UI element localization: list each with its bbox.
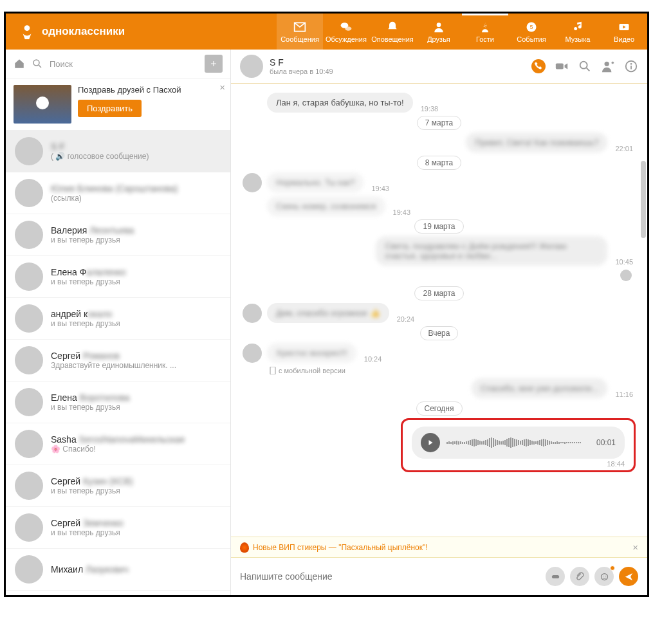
conversation-item[interactable]: Сергей Кузин (КСВ)и вы теперь друзья: [6, 465, 230, 507]
games-icon[interactable]: [546, 567, 565, 586]
banner-text: Новые ВИП стикеры — "Пасхальный цыплёнок…: [253, 543, 428, 552]
conversation-item[interactable]: Елена Фалаленкои вы теперь друзья: [6, 256, 230, 298]
svg-rect-13: [630, 66, 632, 69]
read-avatar: [620, 270, 632, 281]
search-input[interactable]: [50, 59, 198, 69]
svg-point-17: [603, 575, 603, 576]
svg-rect-15: [551, 575, 558, 578]
svg-point-0: [24, 25, 30, 31]
scrollbar[interactable]: [641, 161, 646, 238]
nav-friends[interactable]: Друзья: [416, 14, 462, 50]
svg-point-10: [605, 62, 609, 66]
mobile-version-label: с мобильной версии: [270, 367, 636, 374]
nav-notifications[interactable]: Оповещения: [369, 14, 416, 50]
brand-text: одноклассники: [42, 25, 125, 38]
svg-point-18: [605, 575, 605, 576]
nav-discussions[interactable]: Обсуждения: [323, 14, 369, 50]
message-avatar: [243, 173, 262, 192]
attach-icon[interactable]: [570, 567, 589, 586]
promo-button[interactable]: Поздравить: [78, 100, 142, 117]
promo-card: Поздравь друзей с Пасхой Поздравить ×: [6, 78, 230, 131]
message-bubble: Привет, Света! Как поживаешь?: [466, 133, 607, 152]
conversation-item[interactable]: Михаил Лазукович: [6, 549, 230, 591]
message-avatar: [243, 344, 262, 363]
top-bar: одноклассники Сообщения Обсуждения Опове…: [6, 14, 647, 50]
egg-icon: [240, 542, 249, 553]
info-icon[interactable]: [624, 59, 638, 73]
message-bubble: Нормально. Ты как?: [267, 172, 363, 192]
chat-avatar[interactable]: [240, 55, 263, 78]
ok-logo-icon: [19, 23, 35, 40]
message-bubble: Дим, спасибо огромное 👍: [267, 303, 389, 323]
voice-message[interactable]: 00:01: [412, 427, 625, 459]
conversation-item[interactable]: Юлия Блинова (Скроштанова)(ссылка): [6, 172, 230, 214]
nav-events[interactable]: 5События: [508, 14, 555, 50]
svg-point-16: [601, 573, 607, 580]
svg-point-12: [630, 63, 632, 65]
sticker-icon[interactable]: [594, 567, 614, 586]
svg-text:5: 5: [530, 24, 533, 30]
top-nav: Сообщения Обсуждения Оповещения Друзья Г…: [277, 14, 647, 50]
date-separator: 28 марта: [243, 288, 636, 298]
message-bubble: Скинь номер, созвонимся: [267, 196, 385, 216]
nav-messages[interactable]: Сообщения: [277, 14, 323, 50]
message-bubble: Спасибо, мне уже доложили...: [472, 378, 607, 398]
conversation-item[interactable]: Валерия Леонтьеваи вы теперь друзья: [6, 214, 230, 256]
new-chat-button[interactable]: [205, 55, 223, 73]
chat-header: S F была вчера в 10:49: [231, 50, 647, 84]
promo-image: [14, 85, 71, 124]
message-bubble: Света, поздравляю с Днём рождения!!! Жел…: [376, 236, 607, 266]
sticker-banner[interactable]: Новые ВИП стикеры — "Пасхальный цыплёнок…: [231, 537, 647, 558]
conversation-list[interactable]: S F( 🔊 голосовое сообщение) Юлия Блинова…: [6, 131, 230, 595]
search-row: [6, 50, 230, 78]
home-icon[interactable]: [14, 58, 25, 69]
svg-point-3: [437, 23, 441, 27]
chat-search-icon[interactable]: [578, 59, 592, 73]
svg-rect-14: [270, 367, 275, 374]
chat-status: была вчера в 10:49: [270, 68, 333, 75]
video-call-icon[interactable]: [555, 59, 569, 73]
message-avatar: [243, 304, 262, 323]
message-bubble: Христос воскрес!!!: [267, 343, 356, 363]
banner-close-icon[interactable]: ×: [632, 542, 638, 553]
send-button[interactable]: [619, 567, 638, 586]
conversation-item[interactable]: Sasha SeroshtanоvaМихельская🌸 Спасибо!: [6, 423, 230, 465]
date-separator: 7 марта: [243, 118, 636, 127]
nav-guests[interactable]: Гости: [462, 14, 508, 50]
svg-point-9: [580, 62, 587, 69]
voice-duration: 00:01: [596, 438, 616, 447]
call-icon[interactable]: [531, 59, 546, 73]
date-separator: Вчера: [243, 328, 636, 338]
nav-music[interactable]: Музыка: [555, 14, 601, 50]
chat-title: S F: [270, 57, 333, 68]
play-icon[interactable]: [421, 433, 440, 452]
promo-close-icon[interactable]: ×: [219, 82, 225, 93]
nav-video[interactable]: Видео: [601, 14, 647, 50]
conversation-item[interactable]: Сергей РомановЗдравствуйте единомышленни…: [6, 340, 230, 382]
conversation-item[interactable]: S F( 🔊 голосовое сообщение): [6, 131, 230, 172]
date-separator: 19 марта: [243, 221, 636, 231]
voice-time: 18:44: [412, 460, 625, 468]
compose-row: [231, 558, 647, 595]
chat-panel: S F была вчера в 10:49 Лан я, старая баб…: [231, 50, 647, 595]
date-separator: 8 марта: [243, 158, 636, 167]
compose-input[interactable]: [240, 571, 539, 582]
voice-message-highlight: 00:01 18:44: [401, 418, 636, 472]
promo-title: Поздравь друзей с Пасхой: [78, 85, 181, 95]
conversation-item[interactable]: андрей кокалои вы теперь друзья: [6, 298, 230, 340]
conversation-item[interactable]: Сергей Земченкои вы теперь друзья: [6, 507, 230, 549]
sidebar: Поздравь друзей с Пасхой Поздравить × S …: [6, 50, 231, 595]
messages-area[interactable]: Лан я, старая бабушка, но ты-то!19:38 7 …: [231, 84, 647, 537]
waveform[interactable]: [446, 435, 590, 450]
brand[interactable]: одноклассники: [6, 23, 138, 40]
search-icon: [32, 58, 43, 69]
date-separator: Сегодня: [243, 403, 636, 413]
svg-point-2: [345, 26, 351, 31]
svg-rect-8: [556, 63, 564, 69]
svg-point-7: [33, 60, 39, 66]
add-user-icon[interactable]: [601, 59, 615, 73]
conversation-item[interactable]: Елена Воротиловаи вы теперь друзья: [6, 382, 230, 423]
message-bubble: Лан я, старая бабушка, но ты-то!: [267, 93, 413, 113]
